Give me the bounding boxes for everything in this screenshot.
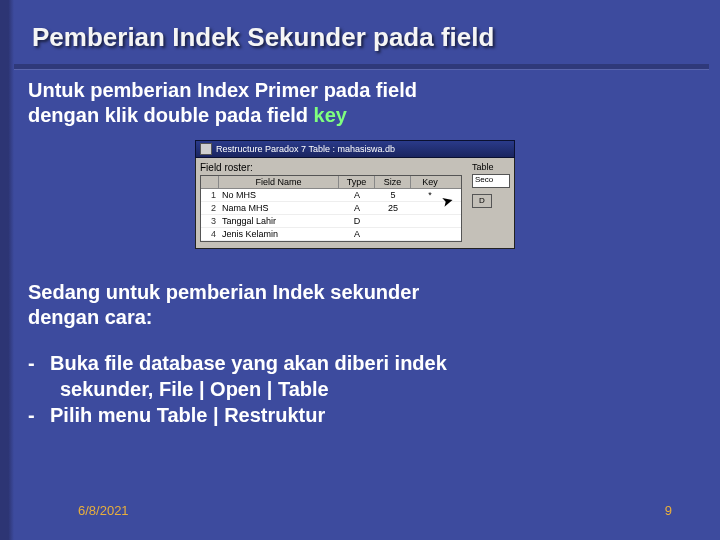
para2-line2: dengan cara: — [28, 306, 152, 328]
app-icon — [200, 143, 212, 155]
right-dropdown: Seco — [472, 174, 510, 188]
bullet1-line2: sekunder, File | Open | Table — [28, 376, 447, 402]
table-row: 1 No MHS A 5 * — [201, 189, 461, 202]
right-label: Table — [472, 162, 510, 172]
field-roster-table: Field Name Type Size Key 1 No MHS A 5 * … — [200, 175, 462, 242]
para2-line1: Sedang untuk pemberian Indek sekunder — [28, 281, 419, 303]
slide-title: Pemberian Indek Sekunder pada field — [32, 22, 494, 53]
bullet1-line1: Buka file database yang akan diberi inde… — [50, 352, 447, 374]
list-item: -Buka file database yang akan diberi ind… — [28, 350, 447, 402]
paragraph-secondary-index: Sedang untuk pemberian Indek sekunder de… — [28, 280, 419, 330]
para1-keyword: key — [314, 104, 347, 126]
col-field-name: Field Name — [219, 176, 339, 188]
col-size: Size — [375, 176, 411, 188]
col-num — [201, 176, 219, 188]
table-header: Field Name Type Size Key — [201, 176, 461, 189]
left-accent-bar — [0, 0, 14, 540]
para1-line1: Untuk pemberian Index Primer pada field — [28, 79, 417, 101]
title-underline — [14, 64, 709, 69]
paradox-screenshot: Restructure Paradox 7 Table : mahasiswa.… — [195, 140, 515, 249]
table-row: 2 Nama MHS A 25 — [201, 202, 461, 215]
para1-line2-pre: dengan klik double pada field — [28, 104, 314, 126]
field-roster-label: Field roster: — [200, 162, 510, 173]
col-type: Type — [339, 176, 375, 188]
table-row: 4 Jenis Kelamin A — [201, 228, 461, 241]
footer-page-number: 9 — [665, 503, 672, 518]
col-key: Key — [411, 176, 449, 188]
instruction-list: -Buka file database yang akan diberi ind… — [28, 350, 447, 428]
table-row: 3 Tanggal Lahir D — [201, 215, 461, 228]
footer-date: 6/8/2021 — [78, 503, 129, 518]
list-item: -Pilih menu Table | Restruktur — [28, 402, 447, 428]
right-panel: Table Seco D — [472, 162, 510, 210]
right-button: D — [472, 194, 492, 208]
paragraph-primary-index: Untuk pemberian Index Primer pada field … — [28, 78, 417, 128]
bullet2-text: Pilih menu Table | Restruktur — [50, 404, 325, 426]
window-titlebar: Restructure Paradox 7 Table : mahasiswa.… — [195, 140, 515, 158]
window-title-text: Restructure Paradox 7 Table : mahasiswa.… — [216, 144, 395, 154]
